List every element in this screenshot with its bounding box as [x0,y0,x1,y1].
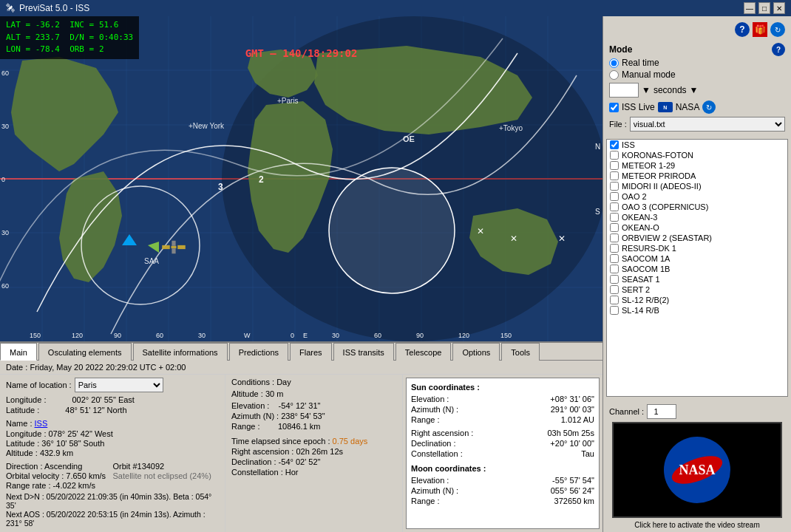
nasa-label: NASA [676,102,700,112]
manual-mode-radio[interactable] [609,70,619,80]
sun-title: Sun coordinates : [411,383,594,392]
list-item-okean3[interactable]: OKEAN-3 [607,212,787,222]
sat-latitude-row: Latitude : 36° 10' 58" South [6,439,219,448]
nasa-update-icon[interactable]: ↻ [702,100,716,114]
list-item-oao2[interactable]: OAO 2 [607,191,787,202]
iss-checkbox[interactable] [610,140,619,149]
interval-row: 5 ▼ seconds ▼ [609,83,785,98]
svg-text:60: 60 [156,332,163,339]
orbview-checkbox[interactable] [610,233,619,242]
sat-name-link[interactable]: ISS [35,419,48,428]
sun-constellation-row: Constellation : Tau [411,449,594,458]
svg-text:60: 60 [1,69,9,77]
list-item-iss[interactable]: ISS [607,140,787,150]
nasa-video-box[interactable]: NASA [612,422,782,518]
svg-text:N: N [595,143,600,151]
list-item-saocom1a[interactable]: SAOCOM 1A [607,253,787,264]
meteor129-label: METEOR 1-29 [622,161,675,170]
tab-flares[interactable]: Flares [290,343,332,361]
close-button[interactable]: ✕ [773,2,785,14]
svg-text:✕: ✕ [558,233,566,244]
map-area: LAT = -36.2 INC = 51.6 ALT = 233.7 D/N =… [0,16,602,532]
location-select[interactable]: Paris [75,378,163,392]
right-asc-row: Right ascension : 02h 26m 12s [231,447,396,456]
iss-live-checkbox[interactable] [609,103,619,112]
satellite-list[interactable]: ISS KORONAS-FOTON METEOR 1-29 METEOR PRI… [606,139,788,397]
resurs-checkbox[interactable] [610,244,619,253]
seasat-checkbox[interactable] [610,275,619,284]
svg-text:✕: ✕ [477,226,484,236]
help-button[interactable]: ? [735,22,750,37]
oao3-checkbox[interactable] [610,202,619,211]
range-rate-row: Range rate : -4.022 km/s [6,481,112,490]
sat-longitude-label: Longitude : [6,429,46,438]
maximize-button[interactable]: □ [758,2,770,14]
list-item-orbview[interactable]: ORBVIEW 2 (SEASTAR) [607,233,787,243]
sun-elevation-row: Elevation : +08° 31' 06" [411,395,594,403]
saocom1a-label: SAOCOM 1A [622,254,670,263]
iss-label: ISS [622,140,635,149]
sert2-checkbox[interactable] [610,285,619,294]
tab-tools[interactable]: Tools [501,343,540,361]
tab-satellite-info[interactable]: Satellite informations [133,343,228,361]
koronas-checkbox[interactable] [610,151,619,160]
channel-input[interactable] [647,404,676,419]
file-label: File : [609,120,627,129]
tab-osculating[interactable]: Osculating elements [38,343,132,361]
azimuth-row: Azimuth (N) : 238° 54' 53" [231,412,396,420]
nasa-text: NASA [679,463,715,478]
list-item-sl12[interactable]: SL-12 R/B(2) [607,295,787,305]
okean-o-checkbox[interactable] [610,223,619,232]
lat-row: Latitude : 48° 51' 12" North [6,406,219,415]
oao2-checkbox[interactable] [610,192,619,201]
meteor129-checkbox[interactable] [610,161,619,170]
list-item-meteor-priroda[interactable]: METEOR PRIRODA [607,171,787,181]
interval-input[interactable]: 5 [609,83,639,98]
list-item-sert2[interactable]: SERT 2 [607,284,787,295]
list-item-okean-o[interactable]: OKEAN-O [607,222,787,233]
okean3-checkbox[interactable] [610,213,619,222]
file-select[interactable]: visual.txt [630,117,785,132]
list-item-oao3[interactable]: OAO 3 (COPERNICUS) [607,202,787,212]
svg-text:120: 120 [458,332,469,339]
saocom1b-checkbox[interactable] [610,265,619,273]
right-panel: ? 🎁 ↻ Mode ? Real time Manual mode 5 ▼ s… [602,16,791,532]
list-item-midori[interactable]: MIDORI II (ADEOS-II) [607,181,787,191]
video-click-text[interactable]: Click here to activate the video stream [606,521,788,529]
oao2-label: OAO 2 [622,192,647,201]
coords-row: Longitude : 002° 20' 55" East [6,395,219,404]
mode-help-icon[interactable]: ? [772,43,785,56]
list-item-seasat[interactable]: SEASAT 1 [607,274,787,284]
svg-point-22 [329,168,455,293]
minimize-button[interactable]: — [744,2,756,14]
satellite-overlay: LAT = -36.2 INC = 51.6 ALT = 233.7 D/N =… [0,16,139,59]
tab-predictions[interactable]: Predictions [229,343,288,361]
latitude-label: Latitude : [6,406,39,415]
real-time-label: Real time [622,58,659,68]
list-item-koronas[interactable]: KORONAS-FOTON [607,150,787,160]
list-item-sl14[interactable]: SL-14 R/B [607,305,787,316]
sun-range-row: Range : 1.012 AU [411,415,594,424]
orbital-vel-row: Orbital velocity : 7.650 km/s [6,471,112,480]
svg-text:150: 150 [500,332,512,339]
sl12-checkbox[interactable] [610,296,619,304]
seconds-dropdown[interactable]: ▼ [690,85,699,95]
tab-options[interactable]: Options [452,343,500,361]
saocom1a-checkbox[interactable] [610,254,619,263]
meteor-priroda-checkbox[interactable] [610,171,619,180]
gift-button[interactable]: 🎁 [753,22,767,37]
list-item-meteor129[interactable]: METEOR 1-29 [607,160,787,171]
sat-latitude-label: Latitude : [6,439,39,448]
direction-row: Direction : Ascending [6,462,112,471]
title-bar-left: 🛰 PreviSat 5.0 - ISS [6,3,89,13]
sert2-label: SERT 2 [622,285,650,294]
tab-iss-transits[interactable]: ISS transits [333,343,394,361]
update-button[interactable]: ↻ [770,22,785,37]
list-item-resurs[interactable]: RESURS-DK 1 [607,243,787,253]
sl14-checkbox[interactable] [610,306,619,315]
tab-telescope[interactable]: Telescope [396,343,452,361]
real-time-radio[interactable] [609,58,619,68]
midori-checkbox[interactable] [610,182,619,191]
tab-main[interactable]: Main [0,343,37,361]
list-item-saocom1b[interactable]: SAOCOM 1B [607,264,787,274]
